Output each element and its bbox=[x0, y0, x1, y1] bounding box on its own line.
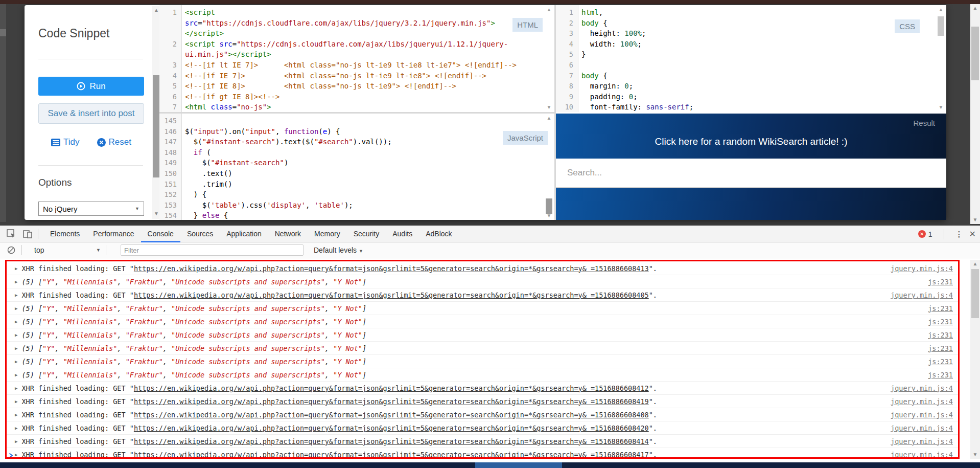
scroll-down-icon[interactable]: ▼ bbox=[937, 104, 945, 110]
tab-console[interactable]: Console bbox=[141, 226, 180, 242]
source-location-link[interactable]: js:231 bbox=[928, 371, 953, 379]
expand-triangle-icon[interactable]: ▶ bbox=[15, 266, 17, 271]
expand-triangle-icon[interactable]: ▶ bbox=[15, 346, 17, 351]
css-editor[interactable]: 1html,2body {3 height: 100%;4 width: 100… bbox=[556, 5, 946, 112]
source-location-link[interactable]: js:231 bbox=[928, 278, 953, 286]
log-levels-dropdown[interactable]: Default levels ▼ bbox=[314, 246, 363, 254]
console-filter-input[interactable] bbox=[121, 244, 304, 256]
page-scrollbar-thumb[interactable] bbox=[971, 27, 979, 80]
line-number: 150 bbox=[159, 168, 182, 179]
expand-triangle-icon[interactable]: ▶ bbox=[15, 399, 17, 404]
scroll-up-icon[interactable]: ▲ bbox=[970, 260, 980, 268]
result-banner[interactable]: Result Click here for a random WikiSearc… bbox=[556, 114, 946, 159]
tab-security[interactable]: Security bbox=[347, 226, 386, 242]
tab-audits[interactable]: Audits bbox=[386, 226, 419, 242]
source-location-link[interactable]: jquery.min.js:4 bbox=[891, 451, 953, 459]
tab-network[interactable]: Network bbox=[268, 226, 308, 242]
js-editor-scrollbar-thumb[interactable] bbox=[546, 198, 552, 214]
code-text: </script> bbox=[182, 28, 224, 39]
source-location-link[interactable]: jquery.min.js:4 bbox=[891, 424, 953, 432]
source-location-link[interactable]: js:231 bbox=[928, 344, 953, 352]
tab-sources[interactable]: Sources bbox=[180, 226, 220, 242]
tab-memory[interactable]: Memory bbox=[308, 226, 347, 242]
request-url-link[interactable]: https://en.wikipedia.org/w/api.php?actio… bbox=[134, 291, 649, 299]
request-url-link[interactable]: https://en.wikipedia.org/w/api.php?actio… bbox=[134, 451, 649, 459]
clear-console-icon[interactable] bbox=[6, 245, 16, 255]
console-prompt-icon[interactable] bbox=[9, 453, 13, 458]
request-url-link[interactable]: https://en.wikipedia.org/w/api.php?actio… bbox=[134, 424, 649, 432]
html-editor-scrollbar[interactable]: ▲▼ bbox=[545, 7, 553, 110]
javascript-editor[interactable]: 145146$("input").on("input", function(e)… bbox=[159, 114, 554, 220]
expand-triangle-icon[interactable]: ▶ bbox=[15, 306, 17, 311]
source-location-link[interactable]: js:231 bbox=[928, 304, 953, 313]
scroll-up-icon[interactable]: ▲ bbox=[970, 4, 980, 12]
source-location-link[interactable]: jquery.min.js:4 bbox=[891, 397, 953, 406]
console-scrollbar-thumb[interactable] bbox=[971, 269, 979, 318]
code-text: <!--[if gt IE 8]><!--> bbox=[182, 92, 279, 102]
code-text: if ( bbox=[182, 147, 211, 158]
console-log-area: ▶XHR finished loading: GET "https://en.w… bbox=[0, 258, 980, 459]
bracket: ] bbox=[362, 278, 366, 286]
expand-triangle-icon[interactable]: ▶ bbox=[15, 372, 17, 377]
reset-button[interactable]: Reset bbox=[97, 137, 131, 147]
css-editor-scrollbar-thumb[interactable] bbox=[938, 16, 944, 36]
page-scrollbar[interactable]: ▲ ▼ bbox=[970, 4, 980, 224]
console-scrollbar[interactable]: ▲ ▼ bbox=[970, 260, 980, 459]
html-editor[interactable]: 1<scriptsrc="https://cdnjs.cloudflare.co… bbox=[159, 5, 554, 112]
tab-adblock[interactable]: AdBlock bbox=[419, 226, 458, 242]
source-location-link[interactable]: jquery.min.js:4 bbox=[891, 384, 953, 392]
expand-triangle-icon[interactable]: ▶ bbox=[15, 426, 17, 431]
expand-triangle-icon[interactable]: ▶ bbox=[15, 332, 17, 338]
page-background-accent bbox=[475, 462, 562, 468]
random-article-link[interactable]: Click here for a random WikiSearch artic… bbox=[556, 136, 946, 147]
expand-triangle-icon[interactable]: ▶ bbox=[15, 439, 17, 444]
save-insert-button[interactable]: Save & insert into post bbox=[38, 103, 144, 124]
separator: , bbox=[325, 304, 333, 313]
tab-performance[interactable]: Performance bbox=[86, 226, 141, 242]
scroll-up-icon[interactable]: ▲ bbox=[545, 7, 553, 12]
code-text: $("input").on("input", function(e) { bbox=[182, 126, 340, 137]
expand-triangle-icon[interactable]: ▶ bbox=[15, 452, 17, 457]
scroll-down-icon[interactable]: ▼ bbox=[970, 216, 980, 224]
scroll-up-icon[interactable]: ▲ bbox=[545, 115, 553, 121]
console-message-text: XHR finished loading: GET "https://en.wi… bbox=[21, 424, 891, 432]
expand-triangle-icon[interactable]: ▶ bbox=[15, 359, 17, 364]
log-text: XHR finished loading: GET " bbox=[21, 411, 133, 419]
source-location-link[interactable]: jquery.min.js:4 bbox=[891, 411, 953, 419]
scroll-down-icon[interactable]: ▼ bbox=[545, 104, 553, 110]
context-selector[interactable]: top ▼ bbox=[34, 246, 101, 254]
run-button[interactable]: Run bbox=[38, 77, 144, 96]
request-url-link[interactable]: https://en.wikipedia.org/w/api.php?actio… bbox=[134, 411, 649, 419]
expand-triangle-icon[interactable]: ▶ bbox=[15, 386, 17, 391]
request-url-link[interactable]: https://en.wikipedia.org/w/api.php?actio… bbox=[134, 397, 649, 406]
expand-triangle-icon[interactable]: ▶ bbox=[15, 412, 17, 417]
error-badge-icon[interactable]: ✕ bbox=[918, 230, 926, 238]
source-location-link[interactable]: jquery.min.js:4 bbox=[891, 291, 953, 299]
inspect-element-icon[interactable] bbox=[6, 229, 16, 239]
request-url-link[interactable]: https://en.wikipedia.org/w/api.php?actio… bbox=[134, 437, 649, 445]
source-location-link[interactable]: jquery.min.js:4 bbox=[891, 437, 953, 445]
jquery-version-select[interactable]: No jQuery ▼ bbox=[38, 202, 144, 216]
expand-triangle-icon[interactable]: ▶ bbox=[15, 319, 17, 324]
source-location-link[interactable]: jquery.min.js:4 bbox=[891, 264, 953, 273]
scroll-up-icon[interactable]: ▲ bbox=[937, 7, 945, 12]
modal-scrollbar-thumb[interactable] bbox=[153, 75, 160, 177]
expand-triangle-icon[interactable]: ▶ bbox=[15, 279, 17, 284]
source-location-link[interactable]: js:231 bbox=[928, 358, 953, 366]
line-number: 153 bbox=[159, 200, 182, 211]
search-input[interactable] bbox=[566, 167, 926, 179]
request-url-link[interactable]: https://en.wikipedia.org/w/api.php?actio… bbox=[134, 384, 649, 392]
devtools-close-icon[interactable]: ✕ bbox=[969, 229, 976, 239]
tab-elements[interactable]: Elements bbox=[43, 226, 86, 242]
source-location-link[interactable]: js:231 bbox=[928, 318, 953, 326]
request-url-link[interactable]: https://en.wikipedia.org/w/api.php?actio… bbox=[134, 264, 649, 273]
tidy-button[interactable]: Tidy bbox=[51, 137, 80, 147]
device-toolbar-icon[interactable] bbox=[22, 229, 33, 239]
tab-application[interactable]: Application bbox=[220, 226, 268, 242]
array-string-item: "Fraktur" bbox=[126, 318, 163, 326]
devtools-menu-icon[interactable]: ⋮ bbox=[955, 230, 963, 239]
expand-triangle-icon[interactable]: ▶ bbox=[15, 293, 17, 298]
source-location-link[interactable]: js:231 bbox=[928, 331, 953, 339]
scroll-down-icon[interactable]: ▼ bbox=[970, 451, 980, 459]
line-number: 147 bbox=[159, 137, 182, 147]
